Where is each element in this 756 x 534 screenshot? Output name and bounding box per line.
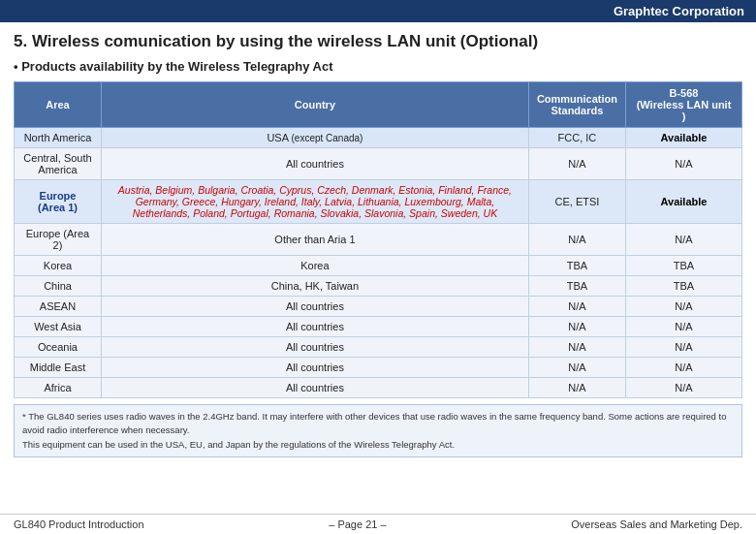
cell-b568: N/A (626, 358, 742, 378)
cell-country: All countries (102, 378, 529, 398)
footnote-box: * The GL840 series uses radio waves in t… (14, 404, 742, 457)
cell-area: North America (15, 128, 102, 148)
table-row: AfricaAll countriesN/AN/A (15, 378, 742, 398)
cell-country: Korea (102, 256, 529, 276)
footnote-text: * The GL840 series uses radio waves in t… (22, 411, 726, 450)
cell-b568: TBA (626, 276, 742, 297)
cell-b568: Available (626, 180, 742, 224)
cell-country: All countries (102, 148, 529, 180)
table-row: Europe(Area 1)Austria, Belgium, Bulgaria… (15, 180, 742, 224)
table-row: Europe (Area 2)Other than Aria 1N/AN/A (15, 224, 742, 256)
cell-comm: CE, ETSI (528, 180, 625, 224)
subtitle: • Products availability by the Wireless … (14, 59, 742, 74)
cell-area: Central, South America (15, 148, 102, 180)
cell-country: All countries (102, 337, 529, 358)
table-row: Central, South AmericaAll countriesN/AN/… (15, 148, 742, 180)
cell-b568: Available (626, 128, 742, 148)
footer-center: – Page 21 – (329, 518, 386, 530)
cell-b568: N/A (626, 297, 742, 317)
cell-area: Europe (Area 2) (15, 224, 102, 256)
cell-b568: N/A (626, 378, 742, 398)
table-row: West AsiaAll countriesN/AN/A (15, 317, 742, 337)
cell-area: Africa (15, 378, 102, 398)
cell-area: Middle East (15, 358, 102, 378)
cell-comm: N/A (528, 224, 625, 256)
cell-comm: N/A (528, 317, 625, 337)
cell-country: Other than Aria 1 (102, 224, 529, 256)
products-table: Area Country CommunicationStandards B-56… (14, 81, 742, 398)
table-row: ASEANAll countriesN/AN/A (15, 297, 742, 317)
col-country: Country (102, 82, 529, 128)
cell-comm: N/A (528, 378, 625, 398)
footer-right: Overseas Sales and Marketing Dep. (571, 518, 742, 530)
cell-country: USA (except Canada) (102, 128, 529, 148)
footer-left: GL840 Product Introduction (14, 518, 144, 530)
cell-comm: N/A (528, 148, 625, 180)
table-row: ChinaChina, HK, TaiwanTBATBA (15, 276, 742, 297)
cell-country: All countries (102, 358, 529, 378)
cell-area: West Asia (15, 317, 102, 337)
table-row: OceaniaAll countriesN/AN/A (15, 337, 742, 358)
cell-comm: FCC, IC (528, 128, 625, 148)
table-row: North AmericaUSA (except Canada)FCC, ICA… (15, 128, 742, 148)
header-bar: Graphtec Corporation (0, 0, 756, 22)
cell-area: China (15, 276, 102, 297)
cell-comm: TBA (528, 256, 625, 276)
cell-country: All countries (102, 297, 529, 317)
cell-area: Europe(Area 1) (15, 180, 102, 224)
col-comm: CommunicationStandards (528, 82, 625, 128)
table-row: Middle EastAll countriesN/AN/A (15, 358, 742, 378)
cell-area: Korea (15, 256, 102, 276)
col-b568: B-568(Wireless LAN unit ) (626, 82, 742, 128)
cell-area: Oceania (15, 337, 102, 358)
company-name: Graphtec Corporation (614, 4, 744, 18)
cell-comm: N/A (528, 297, 625, 317)
cell-country: Austria, Belgium, Bulgaria, Croatia, Cyp… (102, 180, 529, 224)
cell-area: ASEAN (15, 297, 102, 317)
cell-b568: N/A (626, 148, 742, 180)
col-area: Area (15, 82, 102, 128)
cell-b568: N/A (626, 224, 742, 256)
cell-b568: N/A (626, 337, 742, 358)
cell-country: All countries (102, 317, 529, 337)
cell-comm: TBA (528, 276, 625, 297)
table-row: KoreaKoreaTBATBA (15, 256, 742, 276)
cell-b568: N/A (626, 317, 742, 337)
cell-country: China, HK, Taiwan (102, 276, 529, 297)
cell-comm: N/A (528, 337, 625, 358)
cell-comm: N/A (528, 358, 625, 378)
footer-bar: GL840 Product Introduction – Page 21 – O… (0, 514, 756, 534)
cell-b568: TBA (626, 256, 742, 276)
page-title: 5. Wireless comunication by using the wi… (14, 32, 742, 51)
